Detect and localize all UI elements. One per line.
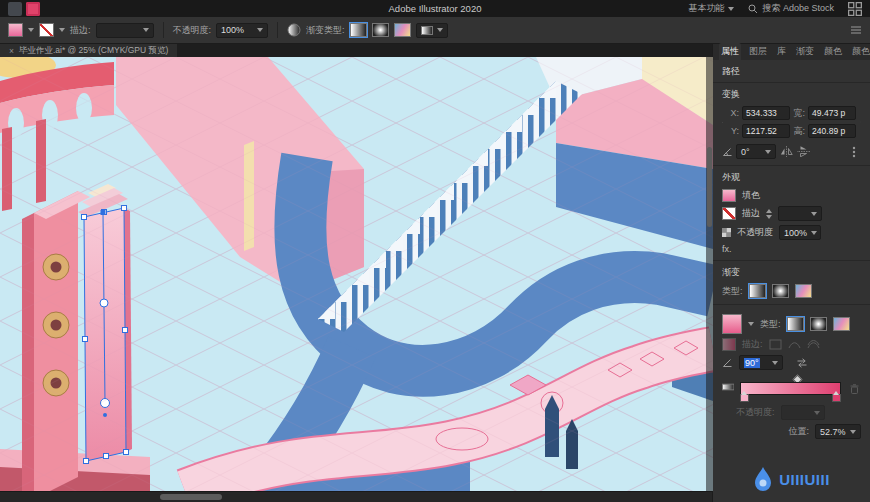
gradient-panel: 类型: 描边: 90°: [713, 305, 870, 445]
search-label: 搜索 Adobe Stock: [762, 2, 834, 15]
y-label: Y:: [727, 126, 739, 136]
iso-grid-overlay: [0, 57, 713, 491]
control-bar: 描边: 不透明度: 100% 渐变类型:: [0, 17, 870, 44]
x-label: X:: [727, 108, 739, 118]
fx-button[interactable]: fx.: [722, 244, 861, 254]
gp-freeform-button[interactable]: [833, 317, 850, 331]
canvas[interactable]: [0, 57, 713, 491]
horizontal-scroll-thumb[interactable]: [160, 494, 222, 500]
workspace-label: 基本功能: [688, 2, 724, 15]
stroke-gradient-across-icon[interactable]: [807, 339, 820, 350]
y-field[interactable]: 1217.52: [742, 124, 790, 138]
chevron-down-icon: [728, 7, 734, 11]
gradient-bar[interactable]: [740, 382, 841, 395]
stroke-color-swatch[interactable]: [39, 23, 54, 37]
illustrator-window: Adobe Illustrator 2020 基本功能 搜索 Adobe Sto…: [0, 0, 870, 502]
gp-radial-button[interactable]: [810, 317, 827, 331]
appearance-section: 外观 填色 描边 不透明度 100% fx.: [713, 166, 870, 261]
opacity-combo[interactable]: 100%: [216, 23, 268, 38]
gradient-stop-left[interactable]: [740, 394, 749, 402]
appearance-stroke-label[interactable]: 描边: [742, 207, 760, 220]
stroke-gradient-along-icon[interactable]: [788, 339, 801, 350]
window-title: Adobe Illustrator 2020: [389, 3, 482, 14]
appearance-fill-label[interactable]: 填色: [742, 189, 760, 202]
delete-stop-icon[interactable]: [847, 382, 861, 396]
stroke-gradient-within-icon[interactable]: [769, 339, 782, 350]
width-field[interactable]: 49.473 p: [808, 106, 856, 120]
tab-gradient[interactable]: 渐变: [794, 43, 816, 60]
gp-opacity-combo[interactable]: [781, 405, 825, 420]
vertical-scrollbar[interactable]: [706, 57, 713, 491]
appearance-opacity-combo[interactable]: 100%: [779, 225, 821, 240]
titlebar: Adobe Illustrator 2020 基本功能 搜索 Adobe Sto…: [0, 0, 870, 17]
more-options-icon[interactable]: [847, 145, 861, 159]
stroke-dropdown-icon[interactable]: [59, 28, 65, 32]
w-label: 宽:: [793, 107, 805, 120]
props-gradient-radial-button[interactable]: [772, 284, 789, 298]
gp-fill-stroke-swatch[interactable]: [722, 338, 736, 351]
gradient-type-label-props: 类型:: [722, 285, 743, 298]
panel-menu-icon[interactable]: [850, 25, 862, 35]
watermark: UIIIUIII: [713, 454, 870, 502]
app-badge-icon[interactable]: [8, 2, 22, 16]
fill-color-swatch[interactable]: [8, 23, 23, 37]
tab-color[interactable]: 颜色: [822, 43, 844, 60]
props-gradient-freeform-button[interactable]: [795, 284, 812, 298]
document-tab[interactable]: × 毕业作业.ai* @ 25% (CMYK/GPU 预览): [0, 44, 177, 57]
artwork: [0, 57, 713, 491]
workspace-switcher[interactable]: 基本功能: [688, 2, 734, 15]
appearance-header: 外观: [722, 171, 861, 184]
tab-libraries[interactable]: 库: [775, 43, 788, 60]
h-label: 高:: [793, 125, 805, 138]
gp-angle-icon: [722, 357, 733, 368]
flip-vertical-icon[interactable]: [796, 145, 810, 159]
right-panel: 属性 图层 库 渐变 颜色 颜色参 路径 变换 X:: [712, 44, 870, 502]
gp-linear-button[interactable]: [787, 317, 804, 331]
illustrator-app-icon[interactable]: [26, 2, 40, 16]
gp-position-combo[interactable]: 52.7%: [815, 424, 861, 439]
object-type-label: 路径: [713, 60, 870, 83]
rotate-angle-combo[interactable]: 0°: [736, 144, 776, 159]
close-tab-icon[interactable]: ×: [9, 46, 14, 56]
stroke-label: 描边:: [70, 24, 91, 37]
constrain-proportions-icon[interactable]: [860, 115, 861, 129]
gradient-freeform-button[interactable]: [394, 23, 411, 37]
stroke-weight-combo[interactable]: [96, 23, 154, 38]
search-icon: [748, 4, 758, 14]
gradient-swatch[interactable]: [722, 314, 742, 334]
stock-search[interactable]: 搜索 Adobe Stock: [748, 2, 834, 15]
horizontal-scrollbar[interactable]: [0, 491, 712, 502]
appearance-stroke-swatch[interactable]: [722, 207, 736, 220]
gp-position-label: 位置:: [788, 425, 809, 438]
gradient-angle-combo[interactable]: 90°: [739, 355, 783, 370]
gradient-linear-button[interactable]: [350, 23, 367, 37]
x-field[interactable]: 534.333: [742, 106, 790, 120]
gradient-stop-right[interactable]: [832, 394, 841, 402]
stroke-weight-stepper[interactable]: [766, 209, 772, 219]
opacity-icon: [722, 228, 731, 237]
gradient-icon[interactable]: [287, 23, 301, 37]
workspace-grid-icon[interactable]: [848, 2, 862, 16]
gp-stroke-label: 描边:: [742, 338, 763, 351]
tab-properties[interactable]: 属性: [719, 43, 741, 60]
appearance-opacity-label[interactable]: 不透明度: [737, 226, 773, 239]
height-field[interactable]: 240.89 p: [808, 124, 856, 138]
fill-dropdown-icon[interactable]: [28, 28, 34, 32]
gradient-annotator-icon[interactable]: [722, 382, 734, 392]
gradient-swatch-dropdown-icon[interactable]: [748, 322, 754, 326]
vertical-scroll-thumb[interactable]: [707, 147, 712, 227]
tab-layers[interactable]: 图层: [747, 43, 769, 60]
props-gradient-linear-button[interactable]: [749, 284, 766, 298]
gradient-preset-combo[interactable]: [416, 23, 448, 38]
reverse-gradient-icon[interactable]: [795, 356, 809, 370]
tab-color-guide[interactable]: 颜色参: [850, 43, 870, 60]
flip-horizontal-icon[interactable]: [779, 145, 793, 159]
gradient-radial-button[interactable]: [372, 23, 389, 37]
gradient-slider[interactable]: [740, 374, 841, 401]
appearance-stroke-weight-combo[interactable]: [778, 206, 822, 221]
panel-tabs: 属性 图层 库 渐变 颜色 颜色参: [713, 44, 870, 60]
reference-point-icon[interactable]: [722, 115, 723, 130]
appearance-fill-swatch[interactable]: [722, 189, 736, 202]
gradient-section: 渐变 类型:: [713, 261, 870, 305]
opacity-label: 不透明度:: [173, 24, 212, 37]
